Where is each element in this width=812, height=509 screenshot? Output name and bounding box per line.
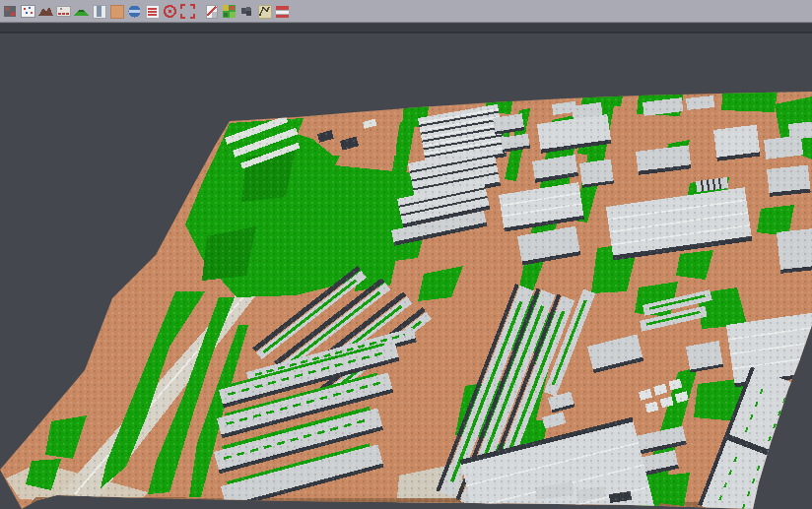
classification-map-icon[interactable]: [221, 3, 237, 20]
application-window: [0, 0, 812, 509]
window-separator: [0, 24, 812, 33]
toolbar: [0, 0, 812, 23]
flag-icon[interactable]: [274, 3, 291, 20]
ortho-image-icon[interactable]: [108, 3, 125, 20]
target-icon[interactable]: [162, 3, 178, 20]
polygon-area-icon[interactable]: [256, 3, 273, 20]
globe-icon[interactable]: [126, 3, 143, 20]
hill-icon[interactable]: [73, 3, 90, 20]
point-cloud-icon[interactable]: [238, 3, 255, 20]
terrain-icon[interactable]: [37, 3, 54, 20]
column-profile-icon[interactable]: [91, 3, 107, 20]
classified-points-icon[interactable]: [55, 3, 72, 20]
import-icon[interactable]: [2, 3, 19, 20]
clip-page-icon[interactable]: [203, 3, 220, 20]
select-region-icon[interactable]: [179, 3, 196, 20]
viewport-3d[interactable]: [0, 0, 812, 509]
scatter-points-icon[interactable]: [20, 3, 36, 20]
cross-sections-icon[interactable]: [144, 3, 161, 20]
